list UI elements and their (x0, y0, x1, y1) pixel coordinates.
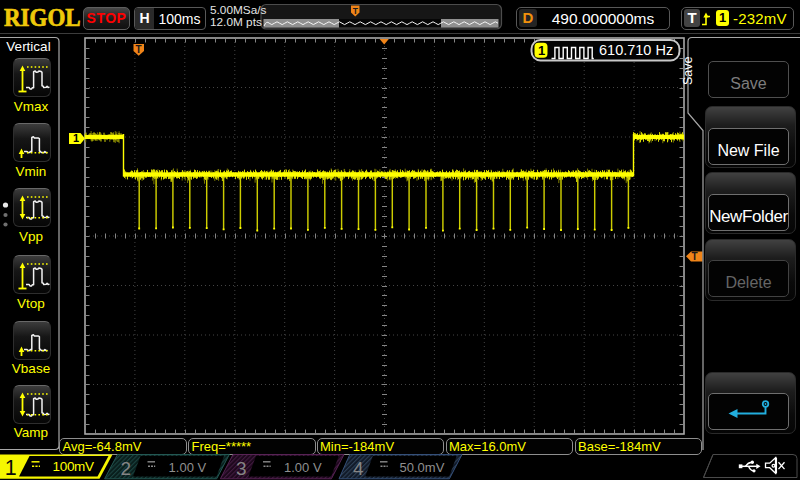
svg-text:2: 2 (121, 458, 132, 479)
svg-text:3: 3 (236, 458, 247, 479)
svg-text:4: 4 (353, 458, 364, 479)
svg-text:1: 1 (5, 456, 17, 480)
svg-text:1.00 V: 1.00 V (169, 460, 207, 475)
svg-text:50.0mV: 50.0mV (400, 460, 445, 475)
svg-text:100mV: 100mV (53, 459, 95, 474)
svg-text:1.00 V: 1.00 V (284, 460, 322, 475)
